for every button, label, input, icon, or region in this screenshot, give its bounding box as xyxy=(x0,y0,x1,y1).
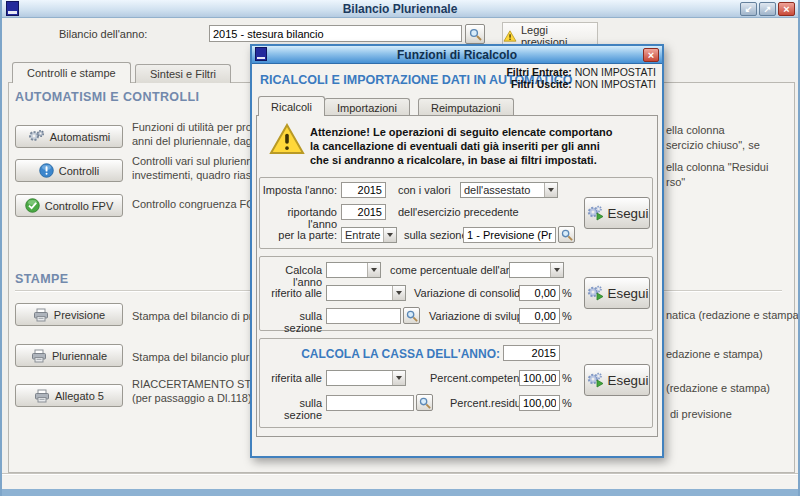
sezione-search-button-3[interactable] xyxy=(416,394,433,411)
search-icon xyxy=(469,28,482,41)
imposta-anno-input[interactable] xyxy=(341,182,386,198)
tab-importazioni[interactable]: Importazioni xyxy=(324,98,410,116)
valori-dropdown[interactable]: dell'assestato xyxy=(460,182,558,198)
allegato5-button[interactable]: Allegato 5 xyxy=(15,384,123,407)
esegui-label: Esegui xyxy=(608,373,649,388)
tab-reimputazioni[interactable]: Reimputazioni xyxy=(418,98,514,116)
year-search-button[interactable] xyxy=(465,24,485,44)
pluriennale-label: Pluriennale xyxy=(52,350,107,362)
year-input[interactable] xyxy=(209,25,462,42)
controlli-label: Controlli xyxy=(59,165,99,177)
calcolo-percentuale-group: Calcola l'anno come percentuale dell'ann… xyxy=(259,256,653,331)
controllo-fpv-label: Controllo FPV xyxy=(45,200,113,212)
parte-dropdown[interactable]: Entrate xyxy=(341,227,397,243)
percent-competenza-label: Percent.competenza xyxy=(430,372,531,384)
search-icon xyxy=(561,229,573,241)
riportando-anno-label: riportando l'anno xyxy=(260,206,337,230)
percent-sign: % xyxy=(562,310,572,322)
tab-ricalcoli[interactable]: Ricalcoli xyxy=(258,96,325,116)
sezione-input-2[interactable] xyxy=(326,308,401,324)
allegato5-label: Allegato 5 xyxy=(55,390,104,402)
per-la-parte-label: per la parte: xyxy=(262,229,337,241)
riferito-alle-dropdown[interactable] xyxy=(326,285,406,301)
tab-controlli-e-stampe[interactable]: Controlli e stampe xyxy=(12,62,131,83)
sulla-sezione-label: sulla sezione xyxy=(262,310,322,334)
stampe-section-heading: STAMPE xyxy=(15,272,69,286)
chevron-down-icon xyxy=(392,286,405,300)
imposta-anno-label: Imposta l'anno: xyxy=(262,184,337,196)
percent-sign: % xyxy=(562,397,572,409)
controllo-fpv-button[interactable]: Controllo FPV xyxy=(15,194,123,217)
automatismi-desc: Funzioni di utilità per propa anni del p… xyxy=(132,120,266,148)
variazione-consolidato-input[interactable] xyxy=(519,285,560,301)
pluriennale-desc: Stampa del bilancio plurien xyxy=(132,350,264,364)
esegui-percentuale-button[interactable]: Esegui xyxy=(584,277,650,309)
desc-fragment: natica (redazione e stampa) xyxy=(666,309,800,321)
chevron-down-icon xyxy=(544,183,557,197)
sezione-search-button[interactable] xyxy=(558,226,575,243)
chevron-down-icon xyxy=(367,263,380,277)
dialog-title: Funzioni di Ricalcolo xyxy=(252,48,662,62)
warning-icon xyxy=(269,123,305,155)
filtri-uscite-value: NON IMPOSTATI xyxy=(575,78,656,90)
percent-residui-input[interactable] xyxy=(519,395,560,411)
check-icon xyxy=(25,198,40,213)
filters-status: Filtri Entrate: NON IMPOSTATI Filtri Usc… xyxy=(506,66,656,90)
esercizio-precedente-label: dell'esercizio precedente xyxy=(398,206,519,218)
riferito-alle-label: riferito alle xyxy=(262,287,322,299)
warning-text: Attenzione! Le operazioni di seguito ele… xyxy=(310,125,645,167)
status-bar xyxy=(2,476,798,489)
automatismi-button[interactable]: Automatismi xyxy=(15,125,123,148)
dialog-close-button[interactable]: × xyxy=(643,48,659,62)
pluriennale-button[interactable]: Pluriennale xyxy=(15,344,123,367)
desc-fragment: sercizio chiuso", se xyxy=(666,139,760,151)
sezione-search-button-2[interactable] xyxy=(403,307,420,324)
minimize-button[interactable]: ↙ xyxy=(740,2,757,16)
desc-fragment: rso" xyxy=(666,176,685,188)
desc-fragment: (redazione e stampa) xyxy=(666,382,770,394)
printer-icon xyxy=(34,389,50,403)
percent-competenza-input[interactable] xyxy=(519,370,560,386)
riferita-alle-dropdown[interactable] xyxy=(326,370,406,386)
window-title: Bilancio Pluriennale xyxy=(2,2,798,16)
riferito-alle-value xyxy=(327,286,392,300)
controlli-button[interactable]: Controlli xyxy=(15,159,123,182)
riportando-anno-input[interactable] xyxy=(341,204,386,220)
printer-icon xyxy=(33,308,49,322)
year-label: Bilancio dell'anno: xyxy=(59,28,147,40)
esegui-label: Esegui xyxy=(608,206,649,221)
controlli-desc: Controlli vari sul pluriennale investime… xyxy=(132,154,267,182)
percentuale-anno-label: come percentuale dell'anno xyxy=(390,264,524,276)
run-gears-icon xyxy=(586,372,605,389)
sulla-sezione-label: sulla sezione xyxy=(262,397,322,421)
sezione-input[interactable] xyxy=(463,227,556,243)
con-i-valori-label: con i valori xyxy=(398,184,451,196)
desc-fragment: ella colonna "Residui xyxy=(666,161,768,173)
tab-sintesi-e-filtri[interactable]: Sintesi e Filtri xyxy=(135,64,231,83)
esegui-label: Esegui xyxy=(608,286,649,301)
chevron-down-icon xyxy=(550,263,563,277)
desc-fragment: edazione e stampa) xyxy=(666,348,763,360)
calcola-anno-dropdown[interactable] xyxy=(326,262,381,278)
parte-value: Entrate xyxy=(342,228,383,242)
percent-residui-label: Percent.residui xyxy=(450,397,523,409)
gears-icon xyxy=(28,129,45,144)
bottom-strip xyxy=(2,489,798,496)
sulla-sezione-label: sulla sezione xyxy=(404,229,468,241)
percentuale-anno-dropdown[interactable] xyxy=(509,262,564,278)
valori-value: dell'assestato xyxy=(461,183,544,197)
calcolo-cassa-group: CALCOLA LA CASSA DELL'ANNO: riferita all… xyxy=(259,338,653,428)
esegui-cassa-button[interactable]: Esegui xyxy=(584,364,650,396)
esegui-ricalcolo-button[interactable]: Esegui xyxy=(584,197,650,229)
variazione-sviluppo-input[interactable] xyxy=(519,308,560,324)
close-button[interactable]: × xyxy=(778,2,795,16)
chevron-down-icon xyxy=(383,228,396,242)
printer-icon xyxy=(31,349,47,363)
cassa-anno-input[interactable] xyxy=(503,345,560,361)
sezione-input-3[interactable] xyxy=(326,395,414,411)
restore-button[interactable]: ↗ xyxy=(759,2,776,16)
previsione-button[interactable]: Previsione xyxy=(15,303,123,326)
automatismi-label: Automatismi xyxy=(50,131,111,143)
status-divider xyxy=(2,473,798,475)
run-gears-icon xyxy=(586,285,605,302)
